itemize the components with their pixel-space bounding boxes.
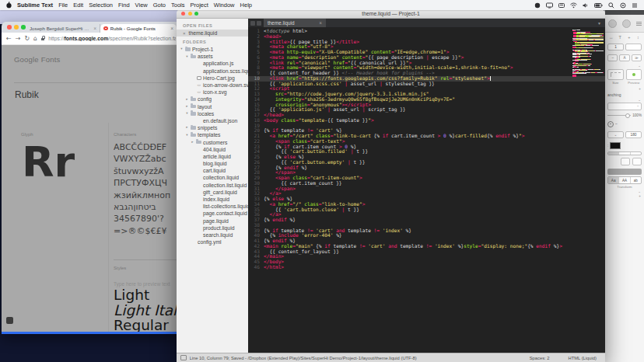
- indentation-setting[interactable]: Spaces: 2: [530, 356, 550, 360]
- preview-text-placeholder[interactable]: Type here to preview text: [114, 281, 170, 287]
- add-icon[interactable]: +: [605, 193, 644, 198]
- tree-item[interactable]: ▾Project-1: [177, 46, 248, 53]
- minus-button[interactable]: –: [607, 54, 618, 61]
- reload-icon[interactable]: ↻: [24, 36, 30, 42]
- code-line[interactable]: 40 {% include 'error-404' %}: [248, 233, 605, 238]
- option-button[interactable]: [632, 158, 642, 165]
- size-thumbnail[interactable]: [607, 69, 624, 80]
- tree-item[interactable]: list-collections.liquid: [177, 203, 248, 210]
- keyboard-icon[interactable]: [558, 2, 565, 9]
- tab-close-icon[interactable]: ×: [319, 20, 322, 26]
- sidebar-toggle-icon[interactable]: [250, 21, 255, 26]
- disclosure-arrow-icon[interactable]: ▾: [185, 134, 189, 137]
- transform-option[interactable]: ab: [631, 177, 641, 183]
- chevron-down-icon[interactable]: ⌄: [605, 97, 644, 102]
- tool-icon[interactable]: [608, 19, 617, 28]
- dnd-icon[interactable]: [534, 2, 541, 9]
- menu-icon[interactable]: [636, 22, 642, 26]
- tab-close-icon[interactable]: ×: [93, 26, 96, 31]
- value-field[interactable]: 1: [607, 44, 624, 50]
- tree-item[interactable]: en.default.json: [177, 117, 248, 124]
- tree-item[interactable]: ▸config: [177, 96, 248, 103]
- menu-item[interactable]: Help: [240, 2, 252, 9]
- tree-item[interactable]: ▾templates: [177, 131, 248, 138]
- segment-option[interactable]: [631, 152, 641, 155]
- value-field[interactable]: [625, 44, 642, 50]
- transform-option[interactable]: AA: [619, 177, 630, 183]
- dropdown-select[interactable]: [607, 103, 642, 110]
- zoom-window-button[interactable]: [21, 25, 26, 30]
- tree-item[interactable]: page.contact.liquid: [177, 210, 248, 217]
- open-file-theme-liquid[interactable]: × theme.liquid: [177, 30, 248, 37]
- tree-item[interactable]: collection.liquid: [177, 174, 248, 181]
- tree-item[interactable]: application.js: [177, 60, 248, 67]
- letter-button[interactable]: A: [619, 54, 629, 61]
- blend-icon[interactable]: [607, 121, 614, 127]
- tree-item[interactable]: blog.liquid: [177, 160, 248, 167]
- text-tool-icon[interactable]: T: [617, 35, 625, 40]
- code-line[interactable]: 37{% endif %}: [248, 218, 605, 223]
- minimize-window-button[interactable]: [14, 25, 19, 30]
- tree-item[interactable]: Hero-Cart.jpg: [177, 75, 248, 82]
- apple-menu-icon[interactable]: [6, 2, 12, 9]
- forward-button[interactable]: ≫: [632, 54, 642, 61]
- wide-button[interactable]: [607, 169, 642, 175]
- menu-item[interactable]: Edit: [73, 2, 83, 9]
- forward-icon[interactable]: →: [16, 36, 21, 42]
- browser-tab-inactive[interactable]: Joseph Bergdoll SuperHi Proj ×: [26, 24, 100, 33]
- code-line[interactable]: 16 {{ 'application.js' | asset_url | scr…: [248, 107, 605, 113]
- layout-toggle-icon[interactable]: [257, 21, 261, 26]
- font-style-item[interactable]: Regular: [114, 318, 180, 332]
- preview-thumbnail[interactable]: [626, 69, 642, 80]
- menu-item[interactable]: Tools: [171, 2, 185, 9]
- code-line[interactable]: 35 {{ 'cart.button.close' | t }}: [248, 207, 605, 213]
- tree-item[interactable]: collection.list.liquid: [177, 182, 248, 189]
- syntax-setting[interactable]: HTML (Liquid): [568, 356, 597, 360]
- code-line[interactable]: 46</html>: [248, 265, 605, 270]
- color-swatch[interactable]: [610, 142, 621, 149]
- browser-tab-active[interactable]: Rubik - Google Fonts ×: [100, 24, 177, 33]
- tree-item[interactable]: ▸layout: [177, 103, 248, 110]
- disclosure-arrow-icon[interactable]: ▸: [191, 141, 194, 144]
- tree-item[interactable]: application.scss.liquid: [177, 68, 248, 75]
- disclosure-arrow-icon[interactable]: ▾: [185, 112, 189, 116]
- tree-item[interactable]: cart.liquid: [177, 167, 248, 174]
- notification-center-icon[interactable]: [632, 2, 638, 9]
- code-area[interactable]: 1<!doctype html>2<head>3 <title>{{ page_…: [248, 27, 605, 353]
- tree-item[interactable]: 404.liquid: [177, 146, 248, 153]
- code-line[interactable]: 32 </a>: [248, 191, 605, 197]
- volume-icon[interactable]: [583, 2, 589, 9]
- tool-icon[interactable]: [622, 19, 631, 28]
- disclosure-arrow-icon[interactable]: ▸: [185, 98, 189, 102]
- tree-item[interactable]: ▸customers: [177, 138, 248, 145]
- tab-close-icon[interactable]: ×: [170, 26, 173, 31]
- code-line[interactable]: 45</body>: [248, 259, 605, 265]
- tab-overflow-icon[interactable]: ▼: [597, 21, 601, 26]
- display-icon[interactable]: [546, 2, 553, 9]
- menu-item[interactable]: Project: [191, 2, 208, 9]
- tree-item[interactable]: gift_card.liquid: [177, 189, 248, 196]
- option-button[interactable]: [621, 158, 630, 165]
- sublime-title-bar[interactable]: theme.liquid — Project-1: [177, 9, 605, 19]
- tree-item[interactable]: ▸snippets: [177, 124, 248, 131]
- code-line[interactable]: 27 {% endif %}: [248, 165, 605, 171]
- tree-item[interactable]: search.liquid: [177, 231, 248, 238]
- tree-item[interactable]: ▾locales: [177, 110, 248, 117]
- disclosure-arrow-icon[interactable]: ▸: [185, 126, 189, 130]
- chat-widget-icon[interactable]: [6, 317, 13, 324]
- opacity-slider[interactable]: [607, 115, 631, 116]
- menu-item[interactable]: View: [135, 2, 148, 9]
- address-bar[interactable]: https://fonts.google.com/specimen/Rubik?…: [48, 36, 176, 41]
- segment-option[interactable]: [619, 152, 630, 155]
- tree-item[interactable]: config.yml: [177, 238, 248, 245]
- font-style-item[interactable]: Light: [114, 287, 180, 303]
- disclosure-arrow-icon[interactable]: ▾: [180, 47, 184, 51]
- google-fonts-logo[interactable]: Google Fonts: [14, 55, 60, 64]
- font-style-item[interactable]: Light Italic: [114, 303, 180, 318]
- tree-item[interactable]: index.liquid: [177, 196, 248, 203]
- code-line[interactable]: 43 {{ content_for_layout }}: [248, 249, 605, 255]
- code-line[interactable]: 31 </span>: [248, 186, 605, 192]
- siri-icon[interactable]: [620, 2, 626, 9]
- code-line[interactable]: 30 {{ cart.item_count }}: [248, 181, 605, 186]
- align-left-icon[interactable]: ↔: [607, 35, 615, 40]
